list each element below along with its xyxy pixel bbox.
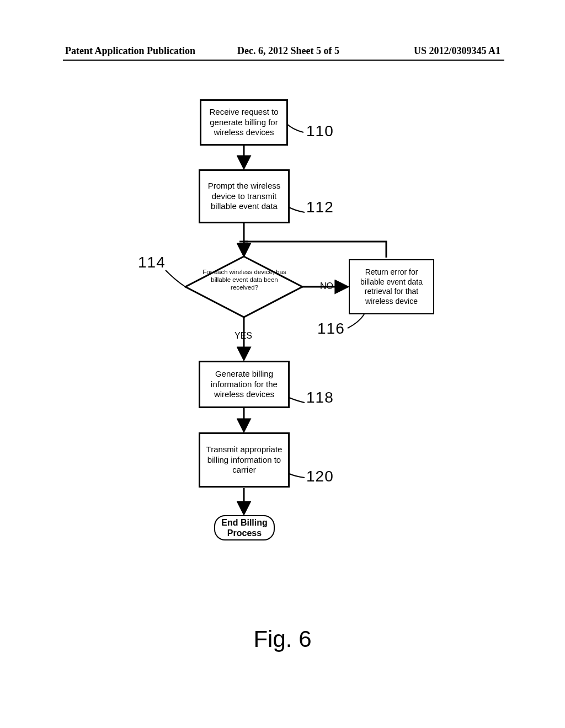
header-center: Dec. 6, 2012 Sheet 5 of 5 — [237, 45, 339, 57]
ref-110: 110 — [306, 122, 334, 140]
step-text: Receive request to generate billing for … — [205, 107, 283, 138]
terminator-end: End Billing Process — [214, 515, 275, 540]
header-right: US 2012/0309345 A1 — [414, 45, 500, 57]
step-text: Prompt the wireless device to transmit b… — [204, 181, 285, 212]
decision-no-label: NO — [320, 281, 333, 291]
terminator-text: End Billing Process — [221, 517, 268, 538]
step-text: Transmit appropriate billing information… — [204, 445, 285, 475]
header-left: Patent Application Publication — [65, 45, 195, 57]
step-return-error: Return error for billable event data ret… — [349, 259, 434, 314]
page: Patent Application Publication Dec. 6, 2… — [0, 0, 565, 728]
decision-text: For each wireless device, has billable e… — [198, 269, 291, 291]
figure-caption: Fig. 6 — [0, 626, 565, 652]
header-rule — [63, 60, 504, 61]
decision-yes-label: YES — [234, 331, 252, 341]
ref-112: 112 — [306, 199, 334, 216]
step-generate-billing: Generate billing information for the wir… — [199, 361, 290, 408]
step-text: Return error for billable event data ret… — [353, 267, 430, 306]
flowchart: Receive request to generate billing for … — [0, 88, 565, 640]
step-text: Generate billing information for the wir… — [204, 369, 285, 400]
step-prompt-device: Prompt the wireless device to transmit b… — [199, 169, 290, 223]
decision-data-received: For each wireless device, has billable e… — [192, 256, 297, 317]
ref-118: 118 — [306, 389, 334, 406]
step-receive-request: Receive request to generate billing for … — [200, 99, 288, 146]
step-transmit-carrier: Transmit appropriate billing information… — [199, 432, 290, 488]
ref-120: 120 — [306, 468, 334, 485]
ref-116: 116 — [317, 320, 345, 338]
ref-114: 114 — [138, 254, 166, 271]
